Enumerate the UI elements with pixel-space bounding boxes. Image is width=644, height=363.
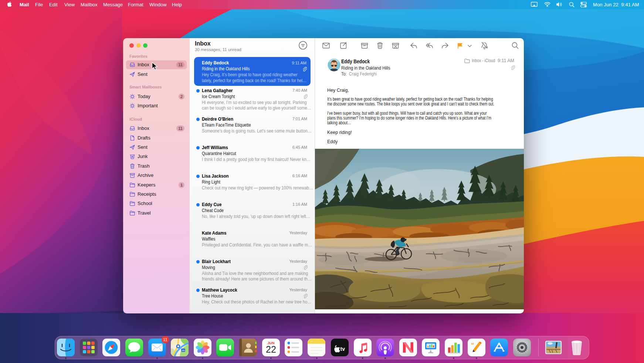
svg-text:“: “	[471, 341, 474, 348]
svg-text:tv: tv	[340, 346, 345, 352]
svg-text:280: 280	[182, 349, 185, 352]
svg-text:22: 22	[266, 344, 276, 354]
svg-text:11: 11	[163, 337, 167, 342]
